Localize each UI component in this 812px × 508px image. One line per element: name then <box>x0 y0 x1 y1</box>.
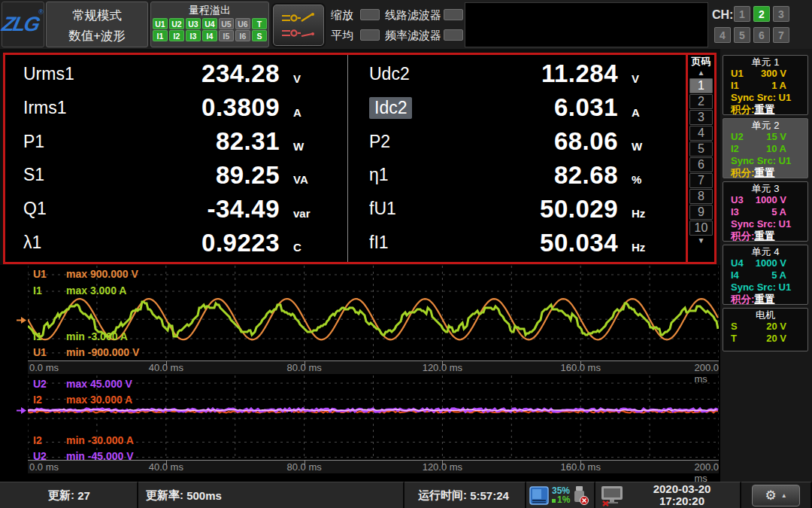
page-button-10[interactable]: 10 <box>689 221 713 236</box>
measurement-row[interactable]: fU1 50.029 Hz <box>348 192 686 226</box>
top-bar: ZLG ® 常规模式 数值+波形 量程溢出 U1 U2 U3 U4 U5 U6 … <box>0 0 812 49</box>
unit-sync-source: Sync Src: U1 <box>731 281 803 294</box>
unit-row: I35 A <box>731 206 786 218</box>
unit-panel-1[interactable]: 单元 1 U1300 V I11 A Sync Src: U1 积分:重置 <box>723 55 808 115</box>
measurement-row[interactable]: λ1 0.9223 C <box>5 226 347 260</box>
channel-button-4[interactable]: 4 <box>714 27 731 43</box>
channel-button-6[interactable]: 6 <box>753 27 770 43</box>
time-tick-mark <box>442 461 443 467</box>
measurement-value: 82.68 <box>389 161 618 190</box>
unit-row: I45 A <box>731 269 786 281</box>
freq-filter-toggle[interactable] <box>444 29 463 41</box>
page-button-7[interactable]: 7 <box>689 173 713 188</box>
time-tick-mark <box>304 361 305 367</box>
measurement-row[interactable]: fI1 50.034 Hz <box>348 226 686 260</box>
time-tick-mark <box>166 461 167 467</box>
measurement-row[interactable]: η1 82.68 % <box>348 158 686 192</box>
page-title: 页码 <box>692 56 711 68</box>
measurement-label: fU1 <box>369 199 396 219</box>
unit-sync-source: Sync Src: U1 <box>731 218 803 230</box>
page-button-1[interactable]: 1 <box>689 78 713 93</box>
measurement-row[interactable]: Irms1 0.3809 A <box>5 91 347 125</box>
overflow-chip-i2: I2 <box>169 30 184 41</box>
measurement-label-selected: Idc2 <box>369 97 412 119</box>
display-disconnected-icon <box>600 485 624 506</box>
integration-reset-link[interactable]: 重置 <box>755 104 775 115</box>
average-toggle[interactable] <box>360 29 380 41</box>
mode-line2: 数值+波形 <box>47 26 147 46</box>
rate-label: 更新率: <box>146 488 183 503</box>
channel-button-5[interactable]: 5 <box>734 27 750 43</box>
zoom-filter-label: 缩放 <box>331 8 353 23</box>
page-up-button[interactable]: ▲ <box>689 68 714 78</box>
measurement-row-selected[interactable]: Idc2 6.031 A <box>348 91 686 125</box>
unit-sync-source: Sync Src: U1 <box>731 92 803 104</box>
unit-integration: 积分:重置 <box>731 167 803 179</box>
storage-card-icon <box>529 485 550 506</box>
mode-selector[interactable]: 常规模式 数值+波形 <box>46 2 148 47</box>
line-filter-toggle[interactable] <box>444 9 463 20</box>
measurement-row[interactable]: Udc2 11.284 V <box>348 57 686 91</box>
time-tick-label: 200.0 ms <box>694 461 719 484</box>
logo-text: ZLG <box>0 13 41 36</box>
unit-row: U31000 V <box>731 194 786 206</box>
measurement-row[interactable]: Q1 -34.49 var <box>5 192 347 226</box>
page-button-2[interactable]: 2 <box>689 94 713 109</box>
measurement-column-left: Urms1 234.28 V Irms1 0.3809 A P1 82.31 W… <box>5 55 347 262</box>
datetime-display: 2020-03-20 17:20:20 <box>624 483 740 507</box>
unit-panel-3[interactable]: 单元 3 U31000 V I35 A Sync Src: U1 积分:重置 <box>723 181 808 242</box>
channel-button-7[interactable]: 7 <box>773 27 789 43</box>
time-value: 17:20:20 <box>624 495 740 507</box>
settings-menu-button[interactable]: ⚙ ▲ <box>752 485 800 506</box>
legend-i1-max: I1max 3.000 A <box>33 284 126 297</box>
measurement-row[interactable]: P1 82.31 W <box>5 125 347 159</box>
green-bullet-icon <box>552 499 556 503</box>
measurement-row[interactable]: S1 89.25 VA <box>5 158 347 192</box>
filter-settings-button[interactable] <box>273 5 324 46</box>
time-tick-label: 200.0 ms <box>694 362 719 385</box>
measurement-value: 0.3809 <box>67 93 280 122</box>
page-button-9[interactable]: 9 <box>689 205 713 220</box>
channel-button-3[interactable]: 3 <box>773 6 789 22</box>
measurement-label: P1 <box>23 132 44 152</box>
unit-row: U41000 V <box>731 257 786 269</box>
time-tick-mark <box>304 461 305 467</box>
channel-button-1[interactable]: 1 <box>734 6 750 22</box>
page-button-4[interactable]: 4 <box>689 126 713 141</box>
page-button-5[interactable]: 5 <box>689 141 713 157</box>
measurement-value: 68.06 <box>390 127 618 156</box>
legend-u1-max: U1max 900.000 V <box>33 268 138 280</box>
unit-integration: 积分:重置 <box>731 104 803 116</box>
integration-label: 积分: <box>731 230 755 242</box>
unit-title: 单元 3 <box>728 183 803 194</box>
update-rate-section: 更新率: 500ms <box>138 482 404 508</box>
page-button-8[interactable]: 8 <box>689 189 713 204</box>
unit-panel-2[interactable]: 单元 2 U215 V I210 A Sync Src: U1 积分:重置 <box>723 118 808 178</box>
page-down-button[interactable]: ▼ <box>689 236 714 245</box>
motor-panel[interactable]: 电机 S20 V T20 V <box>723 308 808 351</box>
toggle-switches-icon <box>278 9 319 42</box>
zoom-filter-toggle[interactable] <box>360 9 380 20</box>
measurement-row[interactable]: P2 68.06 W <box>348 125 686 159</box>
overflow-chip-u6: U6 <box>235 18 250 29</box>
measurement-label: P2 <box>369 132 390 152</box>
channel-button-2[interactable]: 2 <box>753 6 770 22</box>
motor-row: T20 V <box>731 333 786 345</box>
runtime-section: 运行时间: 5:57:24 <box>404 482 526 508</box>
time-tick-label: 0.0 ms <box>29 362 59 373</box>
measurement-label: S1 <box>23 165 44 185</box>
page-button-3[interactable]: 3 <box>689 110 713 125</box>
update-value: 27 <box>77 489 90 502</box>
date-value: 2020-03-20 <box>624 483 740 495</box>
measurement-row[interactable]: Urms1 234.28 V <box>5 57 347 91</box>
unit-panel-4[interactable]: 单元 4 U41000 V I45 A Sync Src: U1 积分:重置 <box>723 245 808 305</box>
time-tick-label: 0.0 ms <box>29 461 59 473</box>
integration-reset-link[interactable]: 重置 <box>755 167 775 178</box>
arrow-up-icon: ▲ <box>781 492 787 499</box>
page-button-6[interactable]: 6 <box>689 157 713 172</box>
integration-reset-link[interactable]: 重置 <box>755 230 775 242</box>
integration-reset-link[interactable]: 重置 <box>755 294 775 305</box>
waveform-area: U1max 900.000 V I1max 3.000 A I1min -3.0… <box>0 265 720 482</box>
unit-title: 单元 2 <box>728 120 803 131</box>
measurement-label: λ1 <box>23 233 41 253</box>
